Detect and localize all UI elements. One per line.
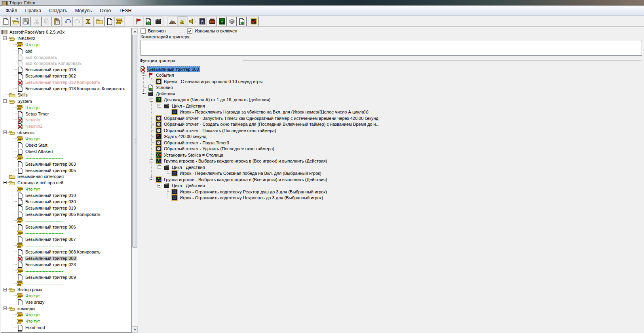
expander-minus[interactable]: [142, 74, 145, 77]
tree-item[interactable]: Обратный отсчет - Запустить Timer3 как О…: [140, 115, 642, 121]
tree-item[interactable]: Группа игроков - Выбрать каждого игрока …: [140, 158, 642, 165]
tree-item[interactable]: ?Для каждого (Числа А) от 1 до 16, делат…: [140, 97, 642, 103]
expander-minus[interactable]: [150, 98, 153, 102]
new-map-button[interactable]: [1, 17, 11, 26]
menu-item-правка[interactable]: Правка: [21, 6, 46, 15]
tree-item[interactable]: --------------------------: [1, 230, 131, 237]
tree-item[interactable]: --------------------------: [1, 218, 131, 224]
expander-minus[interactable]: [150, 159, 153, 163]
tree-item[interactable]: Neulnin2: [1, 123, 131, 129]
object-manager-button[interactable]: [227, 17, 237, 26]
tree-item[interactable]: ZzЖдать 420.00 секунд: [140, 134, 642, 140]
expander-minus[interactable]: [3, 99, 7, 103]
expander-minus[interactable]: [158, 165, 161, 169]
tree-item[interactable]: Безымянный триггер 018 Копировать: [1, 79, 131, 85]
tree-item[interactable]: Безымянный триггер 005 Копировать: [1, 211, 131, 218]
tree-item[interactable]: Безымянный триггер 007: [1, 236, 131, 242]
tree-item[interactable]: Столица и всё про ней: [1, 180, 131, 186]
tree-item[interactable]: [1, 331, 131, 333]
menu-item-файл[interactable]: Файл: [2, 6, 21, 15]
tree-item[interactable]: Что тут: [1, 42, 131, 48]
tree-item[interactable]: --------------------------: [1, 268, 131, 274]
tree-item[interactable]: Безымянный триггер 018 Копировать Копиро…: [1, 85, 131, 92]
tree-item[interactable]: Безымянный триггер 010: [1, 192, 131, 199]
expander-minus[interactable]: [3, 307, 7, 310]
menu-item-окно[interactable]: Окно: [96, 6, 115, 15]
tree-item[interactable]: Безымянный триггер 008 Копировать: [1, 249, 131, 255]
tree-item[interactable]: Обратный отсчет - Создать окно таймера д…: [140, 121, 642, 128]
tree-item[interactable]: Безымянный триггер 008: [1, 255, 131, 261]
tree-item[interactable]: Obekt Attaked: [1, 148, 131, 155]
expander-minus[interactable]: [3, 36, 7, 40]
tree-item[interactable]: Группа игроков - Выбрать каждого игрока …: [140, 176, 642, 183]
tree-item[interactable]: Vse srazy: [1, 299, 131, 305]
tree-item[interactable]: Что тут: [1, 104, 131, 111]
expander-minus[interactable]: [3, 288, 7, 291]
tree-item[interactable]: asd Копировать: [1, 54, 131, 61]
expander-minus[interactable]: [3, 181, 7, 184]
tree-item[interactable]: Обратный отсчет - Удалить (Последнее окн…: [140, 146, 642, 152]
tree-item[interactable]: X=Установить Stolica = Столица: [140, 152, 642, 158]
trigger-editor-button[interactable]: a: [178, 17, 187, 26]
tree-item[interactable]: Обратный отсчет - Пауза Timer3: [140, 140, 642, 146]
tree-item[interactable]: Безымянный триггер 023: [1, 261, 131, 268]
new-condition-button[interactable]: [144, 17, 153, 26]
tree-item[interactable]: Безымянный триггер 030: [1, 199, 131, 205]
tree-item[interactable]: Выбор расы: [1, 287, 131, 293]
tree-item[interactable]: asd Копировать Копировать: [1, 60, 131, 66]
tree-item[interactable]: Безымянный триггер 008: [140, 66, 642, 72]
import-manager-button[interactable]: [237, 17, 247, 26]
tree-item[interactable]: События: [140, 72, 642, 79]
initially-on-checkbox[interactable]: [187, 28, 192, 34]
campaign-editor-button[interactable]: [207, 17, 217, 26]
scrollbar-up-button[interactable]: [132, 28, 138, 34]
tree-item[interactable]: Время - С начала игры прошло 0.10 секунд…: [140, 78, 642, 85]
tree-item[interactable]: Безымянный триггер 005: [1, 167, 131, 174]
tree-item[interactable]: Игрок - Ограничить подготовку Некрополь …: [140, 195, 642, 201]
expander-minus[interactable]: [142, 92, 145, 95]
new-action-button[interactable]: [154, 17, 163, 26]
trigger-tree[interactable]: AzerothRaceWars 0.2.5.w3xINKOM!2Что тутa…: [1, 28, 132, 333]
tree-item[interactable]: команды: [1, 305, 131, 312]
tree-item[interactable]: Что тут: [1, 312, 131, 318]
tree-item[interactable]: --------------------------: [1, 242, 131, 249]
new-comment-button[interactable]: [115, 17, 124, 26]
menu-item-tesh[interactable]: TESH: [115, 6, 135, 15]
sound-editor-button[interactable]: [188, 17, 197, 26]
expander-minus[interactable]: [150, 178, 153, 181]
tree-item[interactable]: Действия: [140, 91, 642, 97]
expander-minus[interactable]: [158, 184, 161, 187]
menu-item-модуль[interactable]: Модуль: [71, 6, 96, 15]
terrain-editor-button[interactable]: [168, 17, 177, 26]
tree-item[interactable]: Что тут: [1, 136, 131, 142]
tree-item[interactable]: AzerothRaceWars 0.2.5.w3x: [1, 29, 131, 35]
tree-item[interactable]: Безымянный триггер 019: [1, 205, 131, 211]
expander-minus[interactable]: [158, 104, 161, 108]
redo-button[interactable]: [73, 17, 82, 26]
new-trigger-button[interactable]: [105, 17, 114, 26]
tree-item[interactable]: asd: [1, 48, 131, 54]
tree-item[interactable]: --------------------------: [1, 280, 131, 287]
tree-item[interactable]: Игрок - Ограничить подготовку Реактор ду…: [140, 189, 642, 195]
tree-item[interactable]: Цикл - Действия: [140, 183, 642, 189]
tree-item[interactable]: Безымянный триггер 002: [1, 73, 131, 79]
tree-item[interactable]: Setup Timer: [1, 111, 131, 117]
tree-item[interactable]: Обратный отсчет - Показать (Последнее ок…: [140, 127, 642, 134]
tree-item[interactable]: Безымянный триггер 018: [1, 66, 131, 73]
tree-item[interactable]: Цикл - Действия: [140, 103, 642, 109]
functions-tree[interactable]: Безымянный триггер 008СобытияВремя - С н…: [140, 66, 642, 331]
tree-item[interactable]: Безымянный триггер 009: [1, 274, 131, 280]
tree-item[interactable]: Food mod: [1, 324, 131, 331]
tree-item[interactable]: --------------------------: [1, 155, 131, 161]
scrollbar-thumb[interactable]: [132, 35, 137, 248]
tree-item[interactable]: Игрок - Переключить Награда за убийство …: [140, 109, 642, 115]
cut-button[interactable]: [32, 17, 42, 26]
tree-item[interactable]: Безымянный триггер 006: [1, 224, 131, 230]
delete-button[interactable]: X: [84, 17, 93, 26]
enabled-checkbox[interactable]: [141, 28, 146, 34]
tree-item[interactable]: Цикл - Действия: [140, 164, 642, 170]
save-map-button[interactable]: [21, 17, 30, 26]
open-map-button[interactable]: [11, 17, 21, 26]
tree-item[interactable]: Что тут: [1, 293, 131, 299]
object-editor-button[interactable]: [198, 17, 207, 26]
